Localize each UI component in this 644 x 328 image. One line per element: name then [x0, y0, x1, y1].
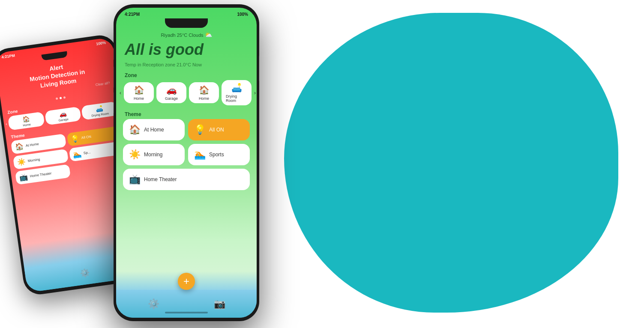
phone-front-status-bar: 4:21PM 100% [116, 8, 257, 18]
phone-front-battery: 100% [237, 12, 248, 17]
phone-front-heading: All is good [116, 39, 257, 62]
zone-front-garage-label: Garage [165, 96, 178, 101]
zone-front-drying-icon: 🛋️ [231, 83, 242, 93]
dot-3 [63, 96, 66, 99]
theme-back-sports-icon: 🏊 [72, 149, 82, 159]
phone-front-notch [165, 18, 208, 28]
zone-front-drying[interactable]: 🛋️ Drying Room [222, 80, 252, 105]
zone-back-drying-label: Drying Room [91, 112, 109, 117]
teal-background-blob [284, 13, 618, 313]
phone-front-vol-up-btn [114, 66, 114, 88]
zone-front-home2-icon: 🏠 [199, 85, 210, 95]
phone-front-theme-grid: 🏠 At Home 💡 All ON ☀️ Morning 🏊 Sports [116, 119, 257, 190]
phone-front-bottom-bar: ⚙️ 📷 [116, 290, 257, 318]
phone-front-power-btn [259, 56, 259, 81]
phone-front-weather: Riyadh 25°C Clouds ⛅ [116, 30, 257, 39]
theme-front-sports-icon: 🏊 [194, 149, 206, 160]
phone-front-home-indicator [165, 312, 208, 313]
zone-front-left-arrow[interactable]: ‹ [120, 90, 121, 96]
theme-back-home-theater-label: Home Theater [30, 171, 52, 178]
phone-front-silent-btn [114, 47, 114, 60]
phone-front-zone-label: Zone [116, 71, 257, 80]
theme-back-morning-label: Morning [27, 157, 40, 163]
theme-front-all-on-icon: 💡 [194, 124, 206, 135]
zone-back-garage-icon: 🚗 [59, 110, 67, 118]
zone-back-drying-icon: 🛋️ [95, 105, 103, 113]
phone-front-theme-label: Theme [116, 110, 257, 119]
zone-back-left-arrow[interactable]: ‹ [5, 121, 7, 126]
theme-front-sports[interactable]: 🏊 Sports [188, 144, 250, 165]
phone-front-fab[interactable]: + [178, 273, 195, 290]
theme-front-all-on[interactable]: 💡 All ON [188, 119, 250, 140]
weather-cloud-icon: ⛅ [205, 31, 212, 38]
phone-back-settings-icon[interactable]: ⚙️ [80, 268, 90, 278]
phone-front-settings-icon[interactable]: ⚙️ [148, 298, 159, 310]
theme-front-at-home-icon: 🏠 [129, 124, 141, 135]
theme-front-at-home[interactable]: 🏠 At Home [123, 119, 185, 140]
phones-container: 4:21PM 100% Alert Motion Detection in Li… [0, 0, 300, 328]
theme-front-home-theater-icon: 📺 [129, 174, 141, 185]
zone-front-home[interactable]: 🏠 Home [124, 82, 154, 103]
zone-front-right-arrow[interactable]: › [254, 90, 256, 96]
dot-2 [59, 97, 62, 99]
zone-back-home-label: Home [23, 122, 31, 127]
zone-front-home2[interactable]: 🏠 Home [189, 82, 219, 103]
theme-front-at-home-label: At Home [144, 127, 164, 133]
phone-back-battery: 100% [96, 41, 106, 46]
zone-front-garage[interactable]: 🚗 Garage [156, 82, 186, 103]
theme-front-home-theater-label: Home Theater [144, 176, 177, 182]
theme-front-morning-label: Morning [144, 152, 162, 158]
phone-front-camera-icon[interactable]: 📷 [214, 298, 225, 310]
theme-front-morning-icon: ☀️ [129, 149, 141, 160]
zone-back-home-icon: 🏠 [22, 115, 30, 123]
phone-front-shell: 4:21PM 100% Riyadh 25°C Clouds ⛅ All is … [114, 4, 259, 321]
theme-back-all-on-icon: 💡 [70, 134, 80, 143]
theme-back-home-theater-icon: 📺 [19, 173, 28, 182]
zone-back-garage-label: Garage [58, 117, 69, 122]
theme-back-sports-label: Sp... [83, 150, 91, 155]
theme-back-morning-icon: ☀️ [17, 157, 26, 167]
zone-front-garage-icon: 🚗 [166, 85, 177, 95]
theme-back-at-home-label: At Home [25, 142, 39, 147]
zone-front-home2-label: Home [199, 96, 209, 101]
zone-front-home-label: Home [134, 96, 144, 101]
theme-back-all-on-label: All ON [81, 134, 91, 140]
phone-back-time: 4:21PM [1, 53, 15, 59]
phone-front-temp-info: Temp in Reception zone 21.0°C Now [116, 62, 257, 71]
dot-1 [55, 97, 58, 100]
zone-front-drying-label: Drying Room [226, 94, 247, 103]
phone-front-weather-text: Riyadh 25°C Clouds [161, 33, 203, 38]
theme-front-sports-label: Sports [209, 152, 224, 158]
phone-front-screen: 4:21PM 100% Riyadh 25°C Clouds ⛅ All is … [116, 8, 257, 318]
phone-front-zone-scroll: ‹ 🏠 Home 🚗 Garage 🏠 Home 🛋️ [116, 80, 257, 105]
theme-front-all-on-label: All ON [209, 127, 224, 133]
phone-front-vol-down-btn [114, 92, 114, 113]
theme-front-morning[interactable]: ☀️ Morning [123, 144, 185, 165]
phone-front-time: 4:21PM [125, 12, 140, 17]
theme-back-at-home-icon: 🏠 [15, 142, 24, 151]
zone-front-home-icon: 🏠 [134, 85, 144, 95]
theme-front-home-theater[interactable]: 📺 Home Theater [123, 169, 250, 190]
phone-front: 4:21PM 100% Riyadh 25°C Clouds ⛅ All is … [114, 4, 259, 321]
